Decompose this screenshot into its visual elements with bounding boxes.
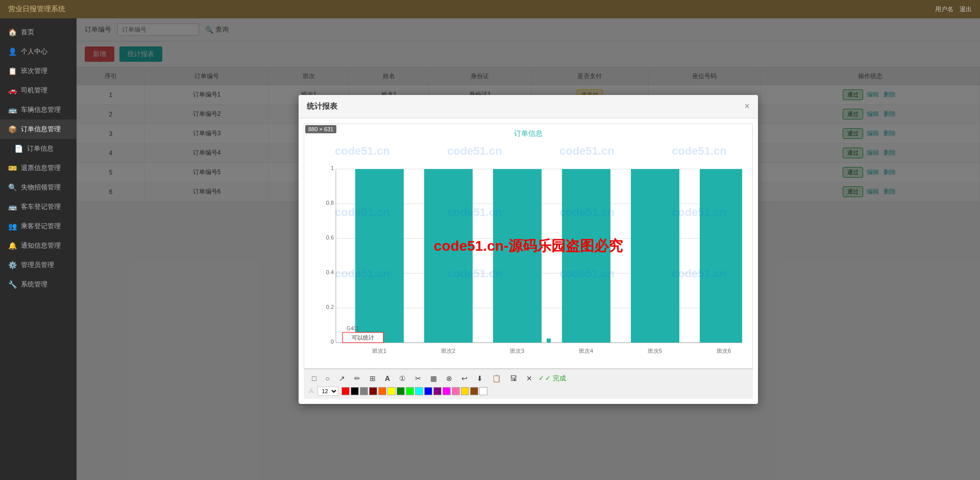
sidebar-item-admin[interactable]: ⚙️ 管理员管理 [0, 255, 77, 275]
svg-text:班次6: 班次6 [717, 348, 731, 354]
color-red[interactable] [341, 387, 350, 395]
svg-text:班次2: 班次2 [441, 348, 455, 354]
username: 用户名 [935, 5, 953, 14]
svg-text:0.8: 0.8 [326, 200, 334, 206]
color-palette [341, 387, 487, 395]
stats-modal: 统计报表 × 880 × 631 订单信息 code51.cn code51.c… [299, 95, 758, 404]
sidebar-item-label: 客车登记管理 [21, 202, 61, 211]
top-bar-right: 用户名 退出 [935, 5, 972, 14]
sidebar-item-label: 司机管理 [21, 86, 47, 95]
color-gold[interactable] [461, 387, 469, 395]
tool-pencil[interactable]: ✏ [351, 372, 363, 385]
logout-btn[interactable]: 退出 [960, 5, 972, 14]
color-yellow[interactable] [387, 387, 396, 395]
sidebar-item-refund[interactable]: 🎫 退票信息管理 [0, 158, 77, 178]
sidebar-item-label: 乘客登记管理 [21, 222, 61, 231]
font-label: A [309, 387, 313, 395]
chart-title: 订单信息 [304, 124, 752, 143]
tool-mosaic[interactable]: ▦ [427, 372, 440, 385]
tool-text[interactable]: A [382, 372, 393, 385]
color-magenta[interactable] [443, 387, 451, 395]
order-icon: 📄 [14, 145, 23, 153]
sidebar-item-label: 失物招领管理 [21, 183, 61, 192]
sidebar-item-shifts[interactable]: 📋 班次管理 [0, 61, 77, 81]
color-orange[interactable] [378, 387, 386, 395]
svg-text:班次5: 班次5 [648, 348, 662, 354]
svg-text:0.6: 0.6 [326, 234, 334, 241]
color-brown[interactable] [470, 387, 478, 395]
tool-filter[interactable]: ⊗ [443, 372, 455, 385]
svg-text:G401: G401 [347, 326, 359, 331]
color-purple[interactable] [433, 387, 442, 395]
font-size-select[interactable]: 12 14 16 18 24 [317, 387, 338, 396]
chart-container: 880 × 631 订单信息 code51.cn code51.cn code5… [304, 124, 753, 369]
sidebar-item-label: 退票信息管理 [21, 163, 61, 173]
top-bar: 营业日报管理系统 用户名 退出 [0, 0, 980, 18]
tool-arrow[interactable]: ↗ [336, 372, 348, 385]
svg-text:班次3: 班次3 [510, 348, 524, 354]
sidebar-item-label: 通知信息管理 [21, 241, 61, 250]
tool-cancel[interactable]: ✕ [523, 372, 535, 385]
color-maroon[interactable] [369, 387, 377, 395]
sidebar-item-label: 首页 [21, 28, 34, 37]
modal-title: 统计报表 [307, 102, 337, 111]
color-black[interactable] [351, 387, 359, 395]
tool-circle[interactable]: ○ [322, 372, 332, 385]
chart-resize-handle-bc[interactable] [547, 339, 551, 343]
sidebar-item-driver[interactable]: 🚗 司机管理 [0, 81, 77, 100]
bar-3 [493, 169, 542, 343]
sidebar-item-label: 订单信息管理 [21, 125, 61, 134]
sidebar-item-lost[interactable]: 🔍 失物招领管理 [0, 178, 77, 197]
tool-undo[interactable]: ↩ [458, 372, 471, 385]
system-icon: 🔧 [8, 280, 17, 289]
app-title-area: 营业日报管理系统 [8, 5, 65, 14]
admin-icon: ⚙️ [8, 261, 17, 269]
resize-indicator: 880 × 631 [305, 125, 336, 133]
color-pink[interactable] [452, 387, 460, 395]
tool-save[interactable]: 🖫 [507, 372, 520, 385]
sidebar-item-passenger[interactable]: 👥 乘客登记管理 [0, 217, 77, 236]
svg-text:班次1: 班次1 [372, 348, 386, 354]
bar-4 [562, 169, 610, 343]
bar-2 [424, 169, 473, 343]
modal-header: 统计报表 × [299, 95, 758, 118]
sidebar-item-notice[interactable]: 🔔 通知信息管理 [0, 236, 77, 255]
color-blue[interactable] [424, 387, 432, 395]
modal-body: 880 × 631 订单信息 code51.cn code51.cn code5… [299, 118, 758, 404]
sidebar-item-bus[interactable]: 🚌 客车登记管理 [0, 197, 77, 217]
chart-svg: 1 0.8 0.6 0.4 0.2 0 [304, 143, 752, 363]
sidebar-item-system[interactable]: 🔧 系统管理 [0, 275, 77, 294]
main-layout: 🏠 首页 👤 个人中心 📋 班次管理 🚗 司机管理 🚌 车辆信息管理 📦 订单信… [0, 18, 980, 480]
bar-5 [631, 169, 679, 343]
sidebar-item-order[interactable]: 📄 订单信息 [0, 139, 77, 158]
order-mgmt-icon: 📦 [8, 125, 17, 133]
sidebar-item-vehicle[interactable]: 🚌 车辆信息管理 [0, 100, 77, 119]
sidebar-item-personal[interactable]: 👤 个人中心 [0, 42, 77, 61]
svg-text:0.4: 0.4 [326, 269, 334, 275]
shifts-icon: 📋 [8, 67, 17, 75]
driver-icon: 🚗 [8, 86, 17, 94]
color-gray[interactable] [360, 387, 368, 395]
color-cyan[interactable] [415, 387, 423, 395]
tool-rectangle[interactable]: □ [309, 372, 319, 385]
sidebar-item-label: 个人中心 [21, 47, 47, 56]
tool-download[interactable]: ⬇ [474, 372, 486, 385]
done-label: ✓ 完成 [545, 374, 566, 383]
sidebar-item-home[interactable]: 🏠 首页 [0, 22, 77, 42]
sidebar-item-order-mgmt[interactable]: 📦 订单信息管理 [0, 119, 77, 139]
tool-clipboard[interactable]: 📋 [489, 372, 504, 385]
sidebar-item-label: 系统管理 [21, 280, 47, 289]
color-white[interactable] [479, 387, 487, 395]
svg-text:0.2: 0.2 [326, 304, 334, 310]
modal-close-button[interactable]: × [744, 101, 750, 112]
color-darkgreen[interactable] [397, 387, 405, 395]
vehicle-icon: 🚌 [8, 106, 17, 114]
toolbar-row-1: □ ○ ↗ ✏ ⊞ A ① ✂ ▦ ⊗ ↩ ⬇ 📋 [309, 372, 748, 385]
color-green[interactable] [406, 387, 414, 395]
tool-cut[interactable]: ✂ [412, 372, 424, 385]
toolbar-row-2: A 12 14 16 18 24 [309, 387, 748, 396]
tool-marker[interactable]: ① [396, 372, 409, 385]
sidebar-item-label: 车辆信息管理 [21, 105, 61, 114]
done-button[interactable]: ✓ ✓ 完成 [538, 374, 566, 383]
tool-image[interactable]: ⊞ [366, 372, 379, 385]
